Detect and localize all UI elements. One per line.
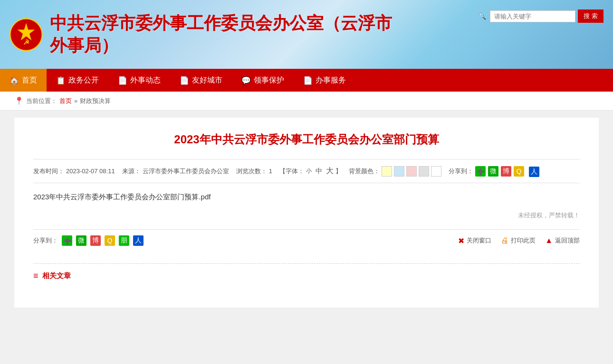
source-info: 来源： 云浮市委外事工作委员会办公室 xyxy=(122,167,229,176)
top-label: 返回顶部 xyxy=(555,236,580,245)
nav-label-lingshi: 领事保护 xyxy=(254,75,284,85)
related-title: ≡ 相关文章 xyxy=(33,271,580,281)
doc-icon-3: 📄 xyxy=(180,76,189,85)
share-renren-btn[interactable]: 人 xyxy=(529,167,539,177)
share-top: 分享到： ➕ 微 博 Q 人 xyxy=(449,165,539,177)
share-top-label: 分享到： xyxy=(449,167,473,176)
views-count: 1 xyxy=(269,168,272,175)
party-emblem-icon: ☭ xyxy=(10,18,43,51)
bottom-actions: 分享到： ➕ 微 博 Q 朋 人 ✖ 关闭窗口 🖨 打印此页 ▲ 返回顶部 xyxy=(33,229,580,252)
main-nav: 🏠 首页 📋 政务公开 📄 外事动态 📄 友好城市 💬 领事保护 📄 办事服务 xyxy=(0,69,613,92)
color-swatch-pink[interactable] xyxy=(406,166,417,177)
print-label: 打印此页 xyxy=(511,236,536,245)
nav-item-zhengwu[interactable]: 📋 政务公开 xyxy=(47,69,108,92)
related-articles: ≡ 相关文章 xyxy=(33,263,580,281)
share-weibo-btn[interactable]: 博 xyxy=(501,166,511,177)
header: ☭ 中共云浮市委外事工作委员会办公室（云浮市 外事局） 🔍 搜 索 xyxy=(0,0,613,69)
font-large-btn[interactable]: 大 xyxy=(326,166,334,176)
related-title-text: 相关文章 xyxy=(42,271,71,280)
nav-label-banshi: 办事服务 xyxy=(316,75,346,85)
doc-icon-2: 📄 xyxy=(118,76,127,85)
nav-item-home[interactable]: 🏠 首页 xyxy=(0,69,47,92)
bottom-share-area: 分享到： ➕ 微 博 Q 朋 人 xyxy=(33,235,144,246)
color-swatch-blue[interactable] xyxy=(394,166,404,177)
print-page-btn[interactable]: 🖨 打印此页 xyxy=(501,236,536,245)
font-medium-btn[interactable]: 中 xyxy=(316,167,322,176)
nav-item-waishi[interactable]: 📄 外事动态 xyxy=(108,69,170,92)
bottom-share-wx2[interactable]: 朋 xyxy=(119,235,129,246)
source-label: 来源： xyxy=(122,167,141,176)
chat-icon: 💬 xyxy=(241,76,251,85)
print-icon: 🖨 xyxy=(501,236,508,245)
color-swatch-gray[interactable] xyxy=(419,166,429,177)
publish-time: 发布时间： 2023-02-07 08:11 xyxy=(33,167,115,176)
share-qzone-btn[interactable]: Q xyxy=(514,166,524,177)
share-weixin-btn[interactable]: 微 xyxy=(488,166,498,177)
bottom-right-actions: ✖ 关闭窗口 🖨 打印此页 ▲ 返回顶部 xyxy=(458,236,580,245)
font-small-btn[interactable]: 小 xyxy=(306,167,312,175)
nav-item-youhao[interactable]: 📄 友好城市 xyxy=(170,69,232,92)
search-input[interactable] xyxy=(490,10,575,22)
nav-label-home: 首页 xyxy=(22,75,37,85)
breadcrumb: 📍 当前位置： 首页 » 财政预决算 xyxy=(0,92,613,111)
location-icon: 📍 xyxy=(14,96,24,105)
site-title: 中共云浮市委外事工作委员会办公室（云浮市 外事局） xyxy=(50,12,392,57)
bg-label: 背景颜色： xyxy=(349,167,380,176)
search-icon: 🔍 xyxy=(478,12,486,20)
close-window-btn[interactable]: ✖ 关闭窗口 xyxy=(458,236,491,245)
search-area: 🔍 搜 索 xyxy=(478,9,603,23)
article-meta: 发布时间： 2023-02-07 08:11 来源： 云浮市委外事工作委员会办公… xyxy=(33,159,580,183)
nav-item-banshi[interactable]: 📄 办事服务 xyxy=(294,69,355,92)
close-label: 关闭窗口 xyxy=(467,236,491,245)
main-content: 2023年中共云浮市委外事工作委员会办公室部门预算 发布时间： 2023-02-… xyxy=(14,118,599,308)
nav-label-zhengwu: 政务公开 xyxy=(68,75,99,85)
top-icon: ▲ xyxy=(545,236,553,245)
breadcrumb-separator: » xyxy=(74,97,77,104)
font-end: 】 xyxy=(335,167,342,176)
publish-date: 2023-02-07 08:11 xyxy=(66,168,115,175)
svg-text:☭: ☭ xyxy=(23,38,29,46)
color-swatch-white[interactable] xyxy=(431,166,441,177)
bottom-share-jiahao[interactable]: ➕ xyxy=(62,235,72,246)
file-link[interactable]: 2023年中共云浮市委外事工作委员会办公室部门预算.pdf xyxy=(33,193,580,202)
share-jiahao-btn[interactable]: ➕ xyxy=(475,166,486,177)
bottom-share-weibo[interactable]: 博 xyxy=(90,235,101,246)
views-label: 浏览次数： xyxy=(236,167,267,176)
doc-icon-4: 📄 xyxy=(303,76,313,85)
bg-color-controls: 背景颜色： xyxy=(349,166,441,177)
copyright-notice: 未经授权，严禁转载！ xyxy=(33,211,580,220)
breadcrumb-home[interactable]: 首页 xyxy=(59,97,72,105)
search-button[interactable]: 搜 索 xyxy=(578,9,603,23)
views-info: 浏览次数： 1 xyxy=(236,167,272,176)
home-icon: 🏠 xyxy=(10,76,19,85)
nav-label-waishi: 外事动态 xyxy=(130,75,161,85)
bottom-share-weixin[interactable]: 微 xyxy=(76,235,86,246)
bottom-share-qzone[interactable]: Q xyxy=(105,235,115,246)
bottom-share-renren[interactable]: 人 xyxy=(133,235,144,246)
breadcrumb-prefix: 当前位置： xyxy=(26,97,57,105)
bottom-share-label: 分享到： xyxy=(33,236,58,245)
article-title: 2023年中共云浮市委外事工作委员会办公室部门预算 xyxy=(33,132,580,147)
back-top-btn[interactable]: ▲ 返回顶部 xyxy=(545,236,580,245)
doc-icon-1: 📋 xyxy=(56,76,66,85)
breadcrumb-current: 财政预决算 xyxy=(80,97,111,105)
font-controls: 【字体： 小 中 大 】 xyxy=(279,166,342,176)
list-icon: ≡ xyxy=(33,271,38,281)
nav-item-lingshi[interactable]: 💬 领事保护 xyxy=(232,69,294,92)
nav-label-youhao: 友好城市 xyxy=(192,75,222,85)
color-swatch-yellow[interactable] xyxy=(382,166,392,177)
source-value: 云浮市委外事工作委员会办公室 xyxy=(143,167,229,176)
publish-label: 发布时间： xyxy=(33,167,64,176)
close-icon: ✖ xyxy=(458,236,464,245)
share-icons-top: ➕ 微 博 Q 人 xyxy=(475,165,539,177)
font-label: 【字体： xyxy=(279,167,304,176)
